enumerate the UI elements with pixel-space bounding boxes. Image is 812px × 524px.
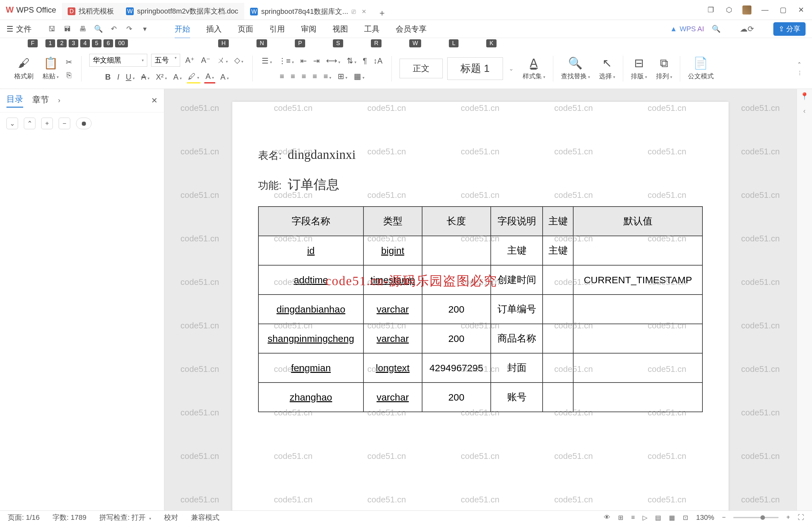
document-canvas[interactable]: ⋮⋮ 表名: dingdanxinxi 功能: 订单信息 字段名称 类型 长度 … (164, 89, 797, 510)
menu-home[interactable]: 开始 (175, 24, 190, 34)
word-count[interactable]: 字数: 1789 (52, 513, 86, 522)
menu-member[interactable]: 会员专享 (396, 24, 427, 34)
strikethrough-icon[interactable]: A▾ (140, 71, 151, 83)
bullet-list-icon[interactable]: ☰▾ (260, 55, 273, 67)
page-view-icon[interactable]: ▤ (655, 514, 661, 521)
menu-insert[interactable]: 插入 (206, 24, 222, 34)
shading-icon[interactable]: A▾ (219, 71, 230, 83)
increase-indent-icon[interactable]: ⇥ (312, 55, 321, 67)
tab-doc-1[interactable]: W springbootf8m2v数据库文档.doc (120, 3, 244, 20)
paragraph-mark-icon[interactable]: ¶ (362, 55, 368, 67)
minimize-icon[interactable]: — (760, 5, 769, 15)
font-color-icon[interactable]: A▾ (204, 70, 215, 83)
cloud-sync-icon[interactable]: ☁⟳ (740, 24, 754, 33)
toggle-icon[interactable]: ⏺ (76, 118, 92, 129)
official-mode-button[interactable]: 📄 公文模式 (688, 56, 714, 81)
find-replace-button[interactable]: 🔍 查找替换▾ (561, 56, 590, 81)
menu-page[interactable]: 页面 (238, 24, 253, 34)
maximize-icon[interactable]: ▢ (778, 5, 788, 15)
arrange-button[interactable]: ⧉ 排列▾ (656, 56, 672, 81)
decrease-indent-icon[interactable]: ⇤ (299, 55, 308, 67)
select-button[interactable]: ↖ 选择▾ (599, 56, 615, 81)
superscript-icon[interactable]: X²▾ (155, 71, 168, 83)
style-gallery-dropdown[interactable]: ⌄ (509, 65, 514, 72)
menu-view[interactable]: 视图 (333, 24, 348, 34)
grid-icon[interactable]: ⊞ (618, 514, 624, 521)
chevron-right-icon[interactable]: › (58, 96, 60, 105)
undo-icon[interactable]: ↶ (110, 25, 118, 33)
collapse-ribbon-icon[interactable]: ⌃ (797, 61, 802, 67)
tab-settings-icon[interactable]: ⊞▾ (336, 70, 349, 82)
remove-icon[interactable]: − (59, 118, 70, 129)
zoom-in-icon[interactable]: + (786, 514, 790, 521)
cut-icon[interactable]: ✂ (64, 56, 73, 68)
more-icon[interactable]: ▾ (140, 25, 149, 33)
app-logo[interactable]: W WPS Office (0, 5, 62, 15)
save-icon[interactable]: 🖫 (48, 25, 56, 33)
page-indicator[interactable]: 页面: 1/16 (8, 513, 40, 522)
collapse-all-icon[interactable]: ⌄ (6, 118, 18, 129)
web-layout-icon[interactable]: ▦ (669, 514, 675, 521)
menu-review[interactable]: 审阅 (301, 24, 316, 34)
align-left-icon[interactable]: ≡ (278, 70, 285, 82)
zoom-out-icon[interactable]: − (722, 514, 726, 521)
close-panel-icon[interactable]: ✕ (151, 96, 158, 105)
layout-button[interactable]: ⊟ 排版▾ (631, 56, 647, 81)
proofread-status[interactable]: 校对 (164, 513, 178, 522)
add-icon[interactable]: + (41, 118, 53, 129)
share-button[interactable]: ⇪ 分享 (773, 22, 806, 36)
wps-ai-button[interactable]: ▲ WPS AI 🔍 (670, 25, 720, 33)
search-icon[interactable]: 🔍 (712, 25, 720, 33)
file-menu[interactable]: ☰ 文件 (6, 24, 32, 34)
style-normal[interactable]: 正文 (400, 59, 443, 78)
save2-icon[interactable]: 🖬 (63, 25, 71, 33)
tab-toc[interactable]: 目录 (6, 94, 23, 108)
tab-doc-2-active[interactable]: W springboot78q41数据库文... ⎚ ✕ (244, 3, 372, 20)
justify-icon[interactable]: ≡ (311, 70, 318, 82)
zoom-level[interactable]: 130% (696, 513, 714, 522)
italic-icon[interactable]: I (116, 71, 121, 83)
font-family-select[interactable]: 华文细黑▾ (89, 54, 147, 67)
menu-tools[interactable]: 工具 (364, 24, 380, 34)
clear-format-icon[interactable]: ◇▾ (233, 54, 245, 66)
numbered-list-icon[interactable]: ⋮≡▾ (277, 55, 295, 67)
preview-icon[interactable]: 🔍 (94, 25, 102, 33)
print-icon[interactable]: 🖶 (79, 25, 87, 33)
close-window-icon[interactable]: ✕ (797, 5, 806, 15)
user-avatar[interactable] (742, 5, 751, 15)
eye-icon[interactable]: 👁 (604, 514, 610, 521)
location-pin-icon[interactable]: 📍 (800, 92, 809, 100)
expand-all-icon[interactable]: ⌃ (24, 118, 35, 129)
cube-icon[interactable]: ⬡ (724, 5, 733, 15)
new-tab-button[interactable]: + (376, 7, 388, 20)
sidebar-expand-icon[interactable]: ‹ (803, 107, 806, 115)
line-spacing-icon[interactable]: ⇅▾ (345, 55, 358, 67)
phonetic-icon[interactable]: ㄨ▾ (216, 54, 229, 67)
change-case-icon[interactable]: A▾ (172, 71, 183, 83)
borders-icon[interactable]: ▦▾ (352, 70, 366, 82)
menu-references[interactable]: 引用 (269, 24, 285, 34)
redo-icon[interactable]: ↷ (125, 25, 133, 33)
play-icon[interactable]: ▷ (643, 514, 647, 521)
copy-icon[interactable]: ⎘ (65, 69, 72, 81)
style-set-button[interactable]: A̲ 样式集▾ (523, 56, 545, 81)
highlight-icon[interactable]: 🖊▾ (187, 70, 200, 83)
align-center-icon[interactable]: ≡ (289, 70, 296, 82)
underline-icon[interactable]: U▾ (125, 71, 136, 83)
zoom-slider[interactable] (733, 517, 778, 518)
compat-mode[interactable]: 兼容模式 (191, 513, 219, 522)
tab-chapters[interactable]: 章节 (32, 94, 49, 107)
font-size-select[interactable]: 五号▾ (151, 54, 180, 67)
style-heading-1[interactable]: 标题 1 (447, 58, 503, 80)
ribbon-settings-icon[interactable]: ⋮ (797, 70, 802, 76)
decrease-font-icon[interactable]: A⁻ (200, 54, 212, 66)
text-scale-icon[interactable]: ⟷▾ (325, 55, 342, 67)
bold-icon[interactable]: B (104, 71, 112, 83)
multiwindow-icon[interactable]: ❐ (706, 5, 715, 15)
format-brush-button[interactable]: 🖌 格式刷 (14, 56, 34, 81)
fullscreen-icon[interactable]: ⛶ (798, 514, 804, 521)
increase-font-icon[interactable]: A⁺ (184, 54, 196, 66)
tab-template[interactable]: D 找稻壳模板 (62, 3, 120, 20)
paste-button[interactable]: 📋 粘贴▾ (43, 56, 59, 81)
spell-check-status[interactable]: 拼写检查: 打开 ▾ (99, 513, 151, 522)
